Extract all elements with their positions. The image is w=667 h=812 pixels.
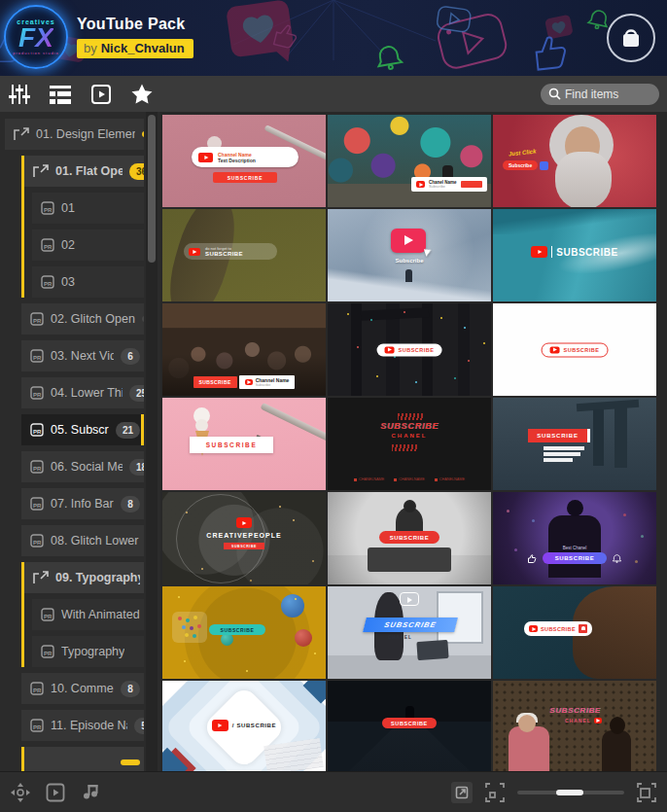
svg-text:PR: PR [33, 503, 42, 509]
thumbnail-diamond-layers[interactable]: / SUBSCRIBE [162, 681, 326, 771]
sidebar-item-design-elements[interactable]: 01. Design Elements [5, 119, 144, 150]
youtube-play-icon [236, 517, 252, 528]
author-badge: byNick_Chvalun [77, 39, 193, 58]
list-view-icon[interactable] [49, 83, 72, 106]
thumbnail-size-slider[interactable] [517, 791, 624, 794]
count-badge: 36 [129, 163, 144, 180]
sidebar-item-info-bar[interactable]: PR 07. Info Bar 8 [21, 488, 144, 519]
subscribe-button-label: SUBSCRIBE [193, 376, 237, 388]
open-external-icon[interactable] [451, 782, 473, 803]
subscribe-button-label: SUBSCRIBE [209, 624, 265, 635]
sidebar-item-lower-thirds[interactable]: PR 04. Lower Thirds 25 [21, 377, 144, 408]
sidebar-item-flat-openers[interactable]: 01. Flat Openers 36 [24, 156, 144, 187]
thumbnail-glitch-typography[interactable]: SUBSCRIBE CHANEL CHANELNAMECHANELNAMECHA… [328, 398, 491, 490]
thumbnail-white-minimal[interactable]: SUBSCRIBE [493, 303, 656, 396]
subscribe-button-label: SUBSCRIBE [213, 172, 277, 183]
music-note-icon[interactable] [80, 782, 101, 803]
premiere-file-icon: PR [30, 534, 44, 547]
svg-text:PR: PR [44, 651, 53, 656]
svg-text:PR: PR [44, 614, 53, 619]
sidebar-item-comments[interactable]: PR 10. Comments 8 [21, 673, 144, 704]
thumbnail-dark-pier[interactable]: SUBSCRIBE [328, 681, 491, 771]
thumbnail-woman-at-desk[interactable]: SUBSCRIBE CHANEL [328, 586, 491, 679]
premiere-file-icon: PR [30, 386, 44, 400]
sidebar-item-social-media[interactable]: PR 06. Social Media 18 [21, 451, 144, 482]
sidebar-item-typography[interactable]: PR Typography [32, 636, 144, 667]
folder-open-icon [33, 164, 49, 178]
bell-icon [613, 554, 621, 563]
store-bag-button[interactable] [607, 14, 655, 62]
premiere-file-icon: PR [30, 497, 44, 511]
sidebar-item-01[interactable]: PR 01 [32, 193, 144, 224]
thumbnail-night-ruins-confetti[interactable]: SUBSCRIBE [328, 303, 491, 396]
search-input[interactable] [565, 88, 649, 101]
premiere-file-icon: PR [30, 349, 44, 363]
favorites-star-icon[interactable] [130, 83, 154, 106]
svg-text:PR: PR [33, 355, 42, 361]
logo-fx-text: FX [18, 25, 53, 51]
svg-text:PR: PR [33, 724, 42, 730]
premiere-file-icon: PR [41, 608, 54, 621]
thumbnail-couple-dotted-wall[interactable]: SUBSCRIBE CHANEL [493, 681, 656, 771]
shopping-bag-icon [618, 25, 644, 51]
thumbnail-driftwood[interactable]: do not forget toSUBSCRIBE [162, 209, 326, 301]
thumbnail-bearded-man[interactable]: Just Click Subscribe [493, 115, 656, 207]
motion-pan-icon[interactable] [10, 782, 31, 803]
subscribe-button-label: SUBSCRIBE [528, 429, 590, 442]
video-file-icon[interactable] [89, 83, 113, 106]
youtube-play-icon [189, 248, 200, 256]
sidebar-item-episode-name[interactable]: PR 11. Episode Name 5 [21, 710, 144, 741]
sidebar-scrollbar[interactable] [146, 112, 158, 771]
thumbnail-theater-audience[interactable]: SUBSCRIBE Channel NameSubscribe [162, 303, 326, 396]
premiere-file-icon: PR [41, 238, 54, 252]
bell-outline-icon [375, 9, 610, 71]
thumbnail-grid-area: Channel NameText Description SUBSCRIBE C… [160, 112, 667, 771]
svg-text:PR: PR [44, 207, 53, 213]
sidebar-item-03[interactable]: PR 03 [32, 266, 144, 298]
thumbnails-smaller-icon[interactable] [484, 782, 506, 803]
sidebar-item-glitch-lower-thirds[interactable]: PR 08. Glitch Lower Thirds [21, 525, 144, 556]
thumbnail-ocean-wave[interactable]: SUBSCRIBE [493, 209, 656, 301]
thumbnail-ruins-columns[interactable]: SUBSCRIBE [493, 398, 656, 490]
thumbnails-larger-icon[interactable] [636, 782, 657, 803]
slider-thumb[interactable] [556, 790, 583, 795]
bell-icon [540, 161, 548, 170]
filter-sliders-icon[interactable] [8, 83, 31, 106]
thumbnail-creativepeople-circles[interactable]: CREATIVEPEOPLE SUBSCRIBE [162, 492, 326, 584]
thumbnail-graffiti-wall[interactable]: Chanel NameSubscribe [328, 115, 491, 207]
sidebar-item-typography-pack[interactable]: 09. Typography Pack [24, 562, 144, 593]
sidebar-item-subscribe[interactable]: PR 05. Subscribe 21 [21, 414, 144, 445]
header-banner: creatives FX production studio YouTube P… [0, 0, 667, 76]
count-badge: 5 [134, 718, 144, 734]
subscribe-button-label: Subscribe [503, 160, 538, 170]
sidebar-item-with-animated-font[interactable]: PR With Animated Font [32, 599, 144, 630]
subscribe-button-label: SUBSCRIBE [543, 552, 607, 564]
thumbnail-stage-crowd[interactable]: Best Chanel SUBSCRIBE [493, 492, 656, 584]
sidebar-scrollbar-thumb[interactable] [148, 115, 156, 263]
sidebar-item-clipped[interactable] [24, 747, 144, 771]
sidebar-item-next-video[interactable]: PR 03. Next Video 6 [21, 340, 144, 371]
svg-text:PR: PR [33, 429, 42, 435]
youtube-play-icon [391, 229, 426, 253]
flat-openers-group: 01. Flat Openers 36 PR 01 PR 02 [21, 156, 144, 298]
byline-prefix: by [84, 41, 97, 55]
premiere-file-icon: PR [41, 201, 54, 215]
count-badge: 21 [116, 422, 140, 439]
sidebar-item-02[interactable]: PR 02 [32, 229, 144, 261]
search-box[interactable] [541, 84, 659, 105]
thumbnail-pink-icecream-banner[interactable]: Channel NameText Description SUBSCRIBE [162, 115, 326, 207]
author-name: Nick_Chvalun [101, 41, 185, 55]
sidebar-item-glitch-openers[interactable]: PR 02. Glitch Openers [21, 303, 144, 335]
subscribe-button-label: SUBSCRIBE [379, 531, 439, 544]
thumbnail-icecream-torch[interactable]: SUBSCRIBE [162, 398, 326, 490]
thumbnail-sea-cliff[interactable]: SUBSCRIBE [493, 586, 656, 679]
premiere-file-icon: PR [30, 460, 44, 474]
video-clip-icon[interactable] [45, 782, 66, 803]
bell-icon [579, 624, 587, 633]
thumbnail-yellow-candy-balls[interactable]: SUBSCRIBE [162, 586, 326, 679]
play-outline-icon [400, 592, 419, 606]
thumbnail-bw-woman-ottoman[interactable]: SUBSCRIBE [328, 492, 491, 584]
thumbnail-snow-mountain[interactable]: Subscribe [328, 209, 491, 301]
count-badge: 8 [121, 681, 140, 697]
svg-text:PR: PR [33, 318, 42, 324]
